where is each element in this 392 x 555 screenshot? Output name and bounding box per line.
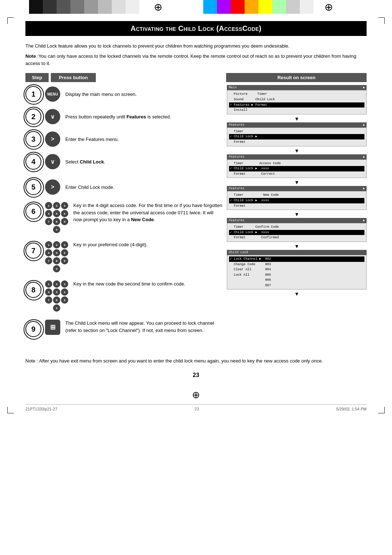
btn-menu: MENU xyxy=(45,86,60,102)
step-desc-9: The Child Lock menu will now appear. You… xyxy=(65,318,223,334)
intro-p2: Note :You can only have access to the lo… xyxy=(25,53,367,67)
screen-result-5: Features▲ Timer Confirm Code ✓ Child Loc… xyxy=(227,218,367,242)
arrow-sep-4: ▼ xyxy=(227,211,367,217)
step-desc-2: Press button repeatedly until Features i… xyxy=(65,113,171,121)
btn-numpad-6: 1 2 3 4 5 6 7 8 9 0 xyxy=(45,202,68,233)
th-result: Result on screen xyxy=(226,73,367,82)
title-text: Activating the Child Lock (AccessCode) xyxy=(131,24,262,32)
footer-center: 23 xyxy=(195,407,199,411)
step-row-4: 4 ∨ Select Child Lock. xyxy=(25,153,223,171)
step-row-6: 6 1 2 3 4 5 6 7 8 9 0 xyxy=(25,200,223,233)
colorbar-black xyxy=(29,0,43,14)
step-num-6: 6 xyxy=(25,203,41,219)
step-row-2: 2 ∨ Press button repeatedly until Featur… xyxy=(25,108,223,126)
footer-left: 21PT1320/p21-27 xyxy=(25,407,57,411)
colorbar-dark1 xyxy=(43,0,57,14)
colorbar-yellow xyxy=(258,0,272,14)
trim-mark-tr2 xyxy=(384,17,385,24)
step-row-8: 8 1 2 3 4 5 6 7 8 9 0 xyxy=(25,279,223,312)
colorbar-orange xyxy=(245,0,258,14)
step-row-1: 1 MENU Display the main menu on screen. xyxy=(25,85,223,103)
crosshair-bottom: ⊕ xyxy=(192,389,200,401)
screen-result-4: Features▲ Timer New Code ✓ Child Lock ▶ … xyxy=(227,186,367,210)
step-num-1: 1 xyxy=(25,86,41,102)
step-num-2: 2 xyxy=(25,109,41,125)
screen-result-2: Features▲ Timer ✓ Child Lock ▶ Format xyxy=(227,122,367,146)
step-num-8: 8 xyxy=(25,282,41,298)
steps-column: 1 MENU Display the main menu on screen. … xyxy=(25,85,223,352)
btn-numpad-8: 1 2 3 4 5 6 7 8 9 0 xyxy=(45,280,68,312)
colorbar-red xyxy=(231,0,245,14)
step-row-7: 7 1 2 3 4 5 6 7 8 9 0 xyxy=(25,240,223,272)
colorbar-green xyxy=(272,0,286,14)
crosshair-right: ⊕ xyxy=(324,1,333,13)
btn-right-5: > xyxy=(45,179,60,195)
step-num-9: 9 xyxy=(25,321,41,337)
step-desc-5: Enter Child Lock mode. xyxy=(65,184,114,191)
colorbar-magenta xyxy=(217,0,231,14)
step-desc-1: Display the main menu on screen. xyxy=(65,91,137,98)
trim-mark-tr xyxy=(378,17,385,18)
trim-mark-bl2 xyxy=(7,407,8,413)
trim-mark-tl2 xyxy=(7,17,8,24)
step-desc-7: Key in your preferred code (4-digit). xyxy=(73,240,147,248)
btn-down-2: ∨ xyxy=(45,109,60,124)
th-step: Step xyxy=(25,73,49,82)
step-num-3: 3 xyxy=(25,131,41,147)
trim-mark-tl xyxy=(7,17,14,18)
screen-result-3: Features▲ Timer Access Code ✓ Child Lock… xyxy=(227,154,367,178)
step-num-4: 4 xyxy=(25,154,41,170)
step-desc-8: Key in the new code the second time to c… xyxy=(73,279,185,288)
btn-numpad-7: 1 2 3 4 5 6 7 8 9 0 xyxy=(45,241,68,272)
intro-p1: The Child Lock feature allows you to loc… xyxy=(25,42,367,50)
step-row-9: 9 ⊞ The Child Lock menu will now appear.… xyxy=(25,318,223,347)
colorbar-light1 xyxy=(98,0,112,14)
step-desc-6: Key in the 4-digit access code. For the … xyxy=(73,200,223,223)
btn-right-3: > xyxy=(45,131,60,147)
colorbar-light2 xyxy=(112,0,126,14)
trim-mark-br xyxy=(378,413,385,413)
arrow-sep-1: ▼ xyxy=(227,116,367,122)
step-num-5: 5 xyxy=(25,179,41,195)
colorbar-dark2 xyxy=(57,0,70,14)
colorbar-cyan xyxy=(203,0,217,14)
colorbar-mid xyxy=(70,0,84,14)
footer-bar: 21PT1320/p21-27 23 5/29/02, 1:54 PM xyxy=(25,404,367,413)
btn-down-4: ∨ xyxy=(45,154,60,169)
colorbar-white xyxy=(126,0,139,14)
step-row-5: 5 > Enter Child Lock mode. xyxy=(25,178,223,196)
th-press: Press button xyxy=(51,73,95,82)
btn-menu-9: ⊞ xyxy=(45,320,60,335)
crosshair-left: ⊕ xyxy=(154,1,162,13)
colorbar-lgrey xyxy=(286,0,300,14)
results-column: Main▲ Picture Timer Sound Child Lock ✓ F… xyxy=(223,85,367,297)
screen-result-1: Main▲ Picture Timer Sound Child Lock ✓ F… xyxy=(227,85,367,114)
colorbar-midlight xyxy=(84,0,98,14)
trim-mark-br2 xyxy=(384,407,385,413)
footer-right: 5/29/02, 1:54 PM xyxy=(336,407,367,411)
colorbar-white2 xyxy=(300,0,314,14)
step-desc-3: Enter the Features menu. xyxy=(65,136,119,143)
step-desc-4: Select Child Lock. xyxy=(65,158,105,166)
trim-mark-bl xyxy=(7,413,14,413)
arrow-sep-6: ▼ xyxy=(227,291,367,297)
screen-result-6: Child Lock ✓ Lock Channel ▶ 002 Change C… xyxy=(227,250,367,290)
page-title: Activating the Child Lock (AccessCode) xyxy=(25,21,367,36)
arrow-sep-5: ▼ xyxy=(227,243,367,249)
table-header: Step Press button Result on screen xyxy=(25,73,367,82)
footer-note: Note : After you have exit menu from scr… xyxy=(25,357,367,365)
arrow-sep-3: ▼ xyxy=(227,179,367,185)
page-number: 23 xyxy=(25,372,367,378)
arrow-sep-2: ▼ xyxy=(227,148,367,154)
step-row-3: 3 > Enter the Features menu. xyxy=(25,130,223,148)
step-num-7: 7 xyxy=(25,243,41,259)
